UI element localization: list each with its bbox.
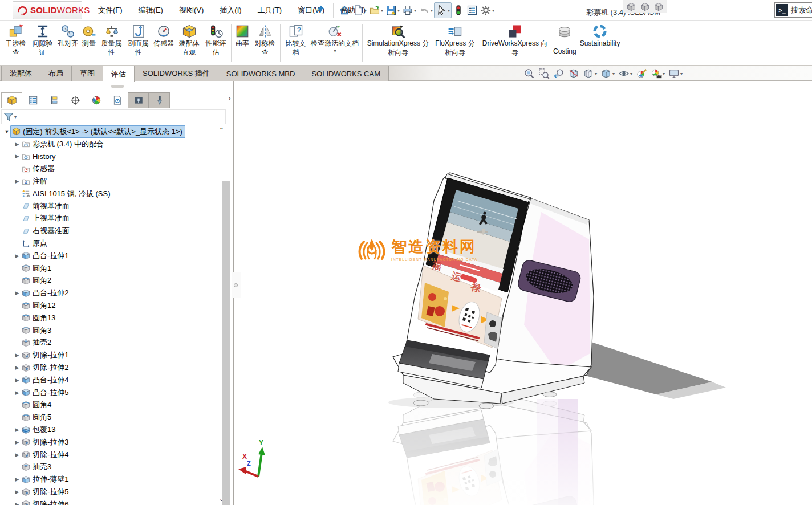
menu-3[interactable]: 视图(V) [171, 0, 212, 21]
tree-row[interactable]: ▶切除-拉伸4 [0, 449, 226, 461]
tree-row[interactable]: ▶凸台-拉伸1 [0, 250, 226, 262]
tree-row[interactable]: 圆角5 [0, 411, 226, 423]
edit-appearance-button[interactable] [634, 67, 649, 80]
tree-row[interactable]: ▶彩票机 (3.4) 中的配合 [0, 138, 226, 150]
section-view-button[interactable] [566, 67, 581, 80]
dropdown-caret-icon[interactable]: ▾ [612, 71, 615, 76]
interference-check-button[interactable]: 干涉检查 [2, 23, 29, 58]
hole-alignment-button[interactable]: 孔对齐 [56, 23, 80, 50]
expand-arrow-icon[interactable]: ▶ [14, 502, 21, 505]
dropdown-caret-icon[interactable]: ▾ [663, 71, 665, 76]
tree-node[interactable]: A注解 [21, 176, 50, 187]
tree-node[interactable]: 彩票机 (3.4) 中的配合 [21, 139, 106, 150]
tree-node[interactable]: 凸台-拉伸2 [21, 287, 71, 299]
tree-node[interactable]: 前视基准面 [21, 201, 72, 212]
panel-tab-cam-tools-manager[interactable] [149, 92, 170, 108]
dropdown-caret-icon[interactable]: ▾ [595, 71, 597, 76]
tree-node[interactable]: 圆角1 [21, 263, 54, 274]
collapse-arrow-icon[interactable]: ▼ [3, 129, 10, 135]
dropdown-caret-icon[interactable]: ▾ [630, 71, 632, 76]
open-button[interactable]: ▾ [368, 2, 384, 18]
tree-node[interactable]: 圆角3 [21, 325, 54, 336]
tree-row[interactable]: ▶切除-拉伸2 [0, 361, 226, 374]
tree-row[interactable]: 圆角4 [0, 399, 226, 412]
tree-node[interactable]: 原点 [21, 238, 50, 249]
apply-scene-button[interactable]: ▾ [649, 67, 667, 80]
tree-row[interactable]: 圆角1 [0, 262, 226, 275]
tree-node[interactable]: 传感器 [21, 163, 57, 174]
search-box[interactable]: >_ 搜索命令 [774, 2, 812, 18]
tree-row[interactable]: ▶切除-拉伸1 [0, 349, 226, 361]
expand-icon[interactable] [638, 1, 652, 13]
tree-row[interactable]: 原点 [0, 237, 226, 250]
tree-node[interactable]: 圆角4 [21, 399, 54, 410]
panel-tab-feature-manager-tree[interactable] [1, 92, 22, 108]
mass-properties-button[interactable]: 质量属性 [98, 23, 125, 58]
view-orientation-button[interactable]: ▾ [581, 67, 599, 80]
tree-row[interactable]: AISI 1015 钢, 冷拔 (SS) [0, 188, 226, 200]
zoom-area-button[interactable] [537, 67, 551, 80]
panel-tabs-overflow-arrow[interactable]: › [228, 93, 231, 103]
tree-row[interactable]: 圆角2 [0, 275, 226, 287]
tree-node[interactable]: 圆角5 [21, 412, 54, 423]
tree-node[interactable]: 圆角2 [21, 275, 54, 286]
pin-icon[interactable] [315, 5, 326, 16]
tree-node[interactable]: 凸台-拉伸4 [21, 374, 71, 386]
tree-row[interactable]: ▶History [0, 150, 226, 163]
panel-splitter-handle[interactable] [232, 272, 241, 298]
assembly-visualization-button[interactable]: 装配体直观 [176, 23, 202, 58]
tree-row[interactable]: 上视基准面 [0, 213, 226, 225]
tree-row[interactable]: ▶包覆13 [0, 423, 226, 436]
dropdown-caret-icon[interactable]: ▾ [334, 48, 336, 54]
menu-4[interactable]: 插入(I) [212, 0, 249, 21]
expand-arrow-icon[interactable]: ▶ [14, 153, 21, 159]
model-scene[interactable]: 福 运 禄 [234, 81, 812, 505]
expand-arrow-icon[interactable]: ▶ [14, 178, 21, 184]
expand-arrow-icon[interactable]: ▶ [14, 452, 21, 458]
graphics-viewport[interactable]: 福 运 禄 [234, 81, 812, 505]
file-properties-button[interactable] [465, 2, 479, 18]
dropdown-caret-icon[interactable]: ▾ [492, 8, 494, 13]
expand-arrow-icon[interactable]: ▶ [14, 377, 21, 383]
expand-arrow-icon[interactable]: ▶ [14, 141, 21, 147]
dropdown-caret-icon[interactable]: ▾ [414, 8, 416, 13]
tree-node[interactable]: 切除-拉伸3 [21, 437, 71, 448]
tab-solidworks-mbd[interactable]: SOLIDWORKS MBD [218, 66, 304, 81]
expand-arrow-icon[interactable]: ▶ [14, 427, 21, 433]
options-button[interactable]: ▾ [479, 2, 496, 18]
panel-tab-cam-feature-manager[interactable] [107, 92, 128, 108]
select-button[interactable]: ▾ [434, 2, 452, 18]
floxpress-button[interactable]: FloXpress 分析向导 [432, 23, 478, 58]
tab-草图[interactable]: 草图 [71, 66, 103, 81]
hide-show-items-button[interactable]: ▾ [616, 67, 634, 80]
tree-node[interactable]: 右视基准面 [21, 225, 72, 237]
tree-row[interactable]: ▶凸台-拉伸2 [0, 287, 226, 299]
expand-arrow-icon[interactable]: ▶ [14, 352, 21, 358]
previous-view-button[interactable] [551, 67, 566, 80]
tree-node[interactable]: 圆角13 [21, 312, 58, 324]
menu-1[interactable]: 文件(F) [90, 0, 131, 21]
tab-评估[interactable]: 评估 [103, 66, 135, 82]
save-button[interactable]: ▾ [384, 2, 401, 18]
tab-solidworks-插件[interactable]: SOLIDWORKS 插件 [134, 66, 218, 81]
print-button[interactable]: ▾ [401, 2, 417, 18]
dropdown-caret-icon[interactable]: ▾ [680, 71, 683, 76]
expand-arrow-icon[interactable]: ▶ [14, 365, 21, 370]
expand-arrow-icon[interactable]: ▶ [14, 390, 21, 396]
tree-row[interactable]: 圆角13 [0, 312, 226, 324]
tree-node[interactable]: 抽壳2 [21, 337, 54, 348]
tab-布局[interactable]: 布局 [40, 66, 72, 81]
tree-row[interactable]: 抽壳2 [0, 337, 226, 349]
compare-documents-button[interactable]: ?比较文档 [282, 23, 309, 58]
tree-row[interactable]: 圆角3 [0, 324, 226, 337]
simulationxpress-button[interactable]: SimulationXpress 分析向导 [364, 23, 432, 58]
tree-row[interactable]: 圆角12 [0, 299, 226, 312]
tree-node[interactable]: 包覆13 [21, 424, 58, 435]
tree-row[interactable]: ▶凸台-拉伸5 [0, 386, 226, 399]
display-style-button[interactable]: ▾ [599, 67, 616, 80]
tree-row[interactable]: ▶切除-拉伸6 [0, 498, 226, 505]
home-button[interactable] [338, 2, 351, 18]
panel-tab-dimxpert-manager[interactable] [64, 92, 86, 108]
tree-row[interactable]: 传感器 [0, 162, 226, 175]
tree-node[interactable]: 凸台-拉伸1 [21, 250, 71, 262]
